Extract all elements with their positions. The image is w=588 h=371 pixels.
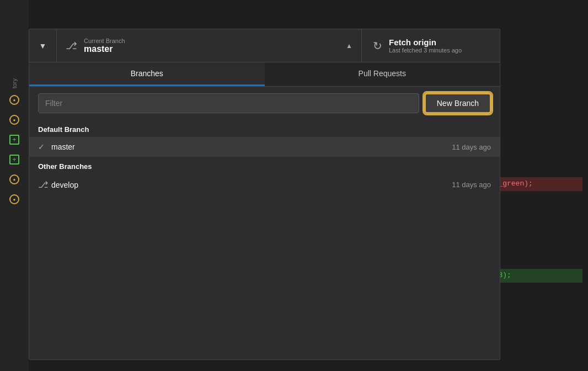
filter-input[interactable] — [38, 93, 419, 113]
tab-pull-requests[interactable]: Pull Requests — [265, 62, 500, 86]
sidebar-icons: ● ● + + ● ● — [8, 94, 20, 205]
fetch-subtitle: Last fetched 3 minutes ago — [389, 47, 462, 54]
left-sidebar: tory ● ● + + ● ● — [0, 0, 29, 371]
branch-develop-icon: ⎇ — [38, 179, 51, 190]
default-branch-title: Default Branch — [29, 120, 500, 137]
branch-chevron-icon: ▲ — [346, 42, 352, 50]
develop-branch-row[interactable]: ⎇ develop 11 days ago — [29, 174, 500, 195]
branch-panel: ▼ ⎇ Current Branch master ▲ ↻ Fetch orig… — [29, 29, 500, 360]
fetch-title: Fetch origin — [389, 38, 462, 47]
other-branches-title: Other Branches — [29, 157, 500, 174]
tabs-container: Branches Pull Requests — [29, 62, 500, 87]
fetch-section[interactable]: ↻ Fetch origin Last fetched 3 minutes ag… — [362, 29, 500, 62]
history-label: tory — [11, 78, 18, 88]
develop-branch-date: 11 days ago — [452, 181, 491, 189]
branch-label: Current Branch — [84, 38, 339, 44]
commit-icon-3[interactable]: + — [8, 134, 20, 146]
master-branch-row[interactable]: ✓ master 11 days ago — [29, 137, 500, 157]
current-branch-section[interactable]: ⎇ Current Branch master ▲ — [57, 29, 362, 62]
commit-icon-1[interactable]: ● — [8, 94, 20, 106]
develop-branch-name: develop — [51, 181, 452, 189]
commit-icon-6[interactable]: ● — [8, 193, 20, 205]
branch-git-icon: ⎇ — [66, 40, 77, 52]
commit-icon-2[interactable]: ● — [8, 114, 20, 126]
commit-icon-4[interactable]: + — [8, 153, 20, 166]
branch-info: Current Branch master — [84, 38, 339, 54]
fetch-info: Fetch origin Last fetched 3 minutes ago — [389, 38, 462, 54]
commit-icon-5[interactable]: ● — [8, 173, 20, 186]
master-branch-date: 11 days ago — [452, 143, 491, 151]
master-branch-name: master — [51, 142, 452, 151]
filter-row: New Branch — [29, 87, 500, 120]
new-branch-button[interactable]: New Branch — [425, 93, 491, 113]
dropdown-arrow[interactable]: ▼ — [29, 29, 57, 62]
check-icon: ✓ — [38, 142, 51, 151]
tab-branches[interactable]: Branches — [29, 62, 265, 86]
top-bar: ▼ ⎇ Current Branch master ▲ ↻ Fetch orig… — [29, 29, 500, 62]
fetch-sync-icon: ↻ — [373, 39, 382, 52]
branch-name-display: master — [84, 44, 339, 54]
